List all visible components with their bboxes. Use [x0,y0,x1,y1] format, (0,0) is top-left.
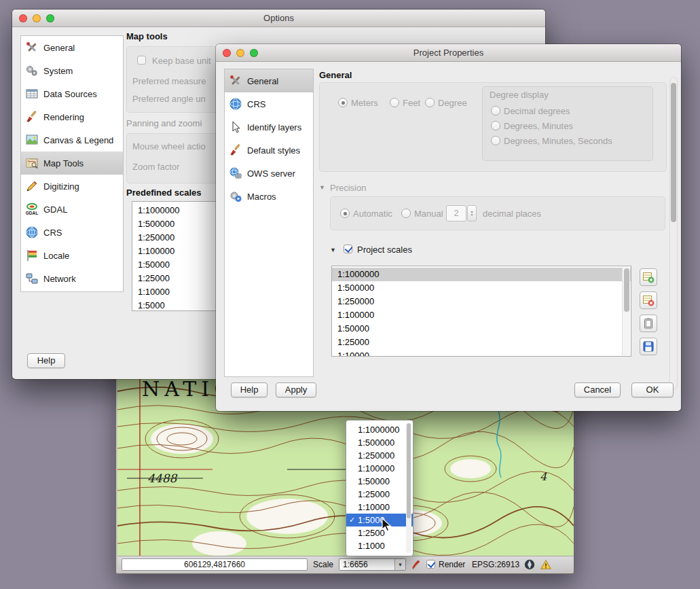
sidebar-item-rendering[interactable]: Rendering [21,105,123,128]
close-icon[interactable] [19,14,27,22]
sidebar-label: Digitizing [43,181,79,192]
sidebar-label: Locale [43,251,69,261]
zoom-window-icon[interactable] [250,49,258,57]
scale-label: Scale [313,556,333,573]
import-scales-button[interactable] [640,315,657,332]
degree-label: Degree [438,98,467,108]
project-scales-list[interactable]: 1:1000000 1:500000 1:250000 1:100000 1:5… [331,266,631,357]
options-window-title: Options [12,10,545,26]
scale-option[interactable]: 1:2500 [346,526,413,539]
sidebar-item-map-tools[interactable]: Map Tools [21,151,123,175]
scale-option[interactable]: 1:10000 [346,501,413,514]
mouse-cursor [382,518,392,533]
list-item[interactable]: 1:500000 [332,281,631,295]
crs-status-button[interactable] [523,558,536,571]
feet-radio[interactable] [390,98,399,107]
scale-option[interactable]: 1:100000 [346,462,413,475]
precision-disclosure-triangle[interactable]: ▼ [319,184,325,191]
decimal-degrees-radio [491,106,500,115]
scale-option[interactable]: 1:250000 [346,449,413,462]
sidebar-item-general[interactable]: General [21,36,123,59]
meters-radio[interactable] [338,98,348,107]
project-titlebar[interactable]: Project Properties [216,44,681,62]
list-item[interactable]: 1:10000 [332,349,631,357]
add-scale-button[interactable] [640,268,657,286]
preferred-measure-label: Preferred measure [132,76,206,86]
list-item[interactable]: 1:1000000 [332,268,631,281]
project-scales-disclosure-triangle[interactable]: ▼ [330,247,336,253]
degree-radio[interactable] [425,98,435,107]
options-titlebar[interactable]: Options [12,10,545,27]
coordinate-display[interactable]: 606129,4817660 [122,558,308,571]
map-label-contour: 4 [540,470,547,483]
zoom-window-icon[interactable] [46,14,54,22]
server-globe-icon [229,166,242,180]
ok-button[interactable]: OK [631,382,674,397]
sidebar-item-gdal[interactable]: GDAL GDAL [21,198,123,221]
render-checkbox[interactable] [426,560,435,569]
sidebar-item-default-styles[interactable]: Default styles [225,139,313,162]
list-item[interactable]: 1:25000 [332,336,631,349]
scale-option[interactable]: 1:1000000 [346,423,413,436]
project-window-title: Project Properties [216,44,681,61]
list-scrollbar[interactable] [622,267,630,355]
sidebar-label: Network [43,274,76,284]
render-brush-icon [410,559,421,570]
sidebar-label: CRS [43,228,62,238]
scale-option[interactable]: 1:500000 [346,436,413,449]
sidebar-item-system[interactable]: System [21,59,123,82]
sidebar-item-network[interactable]: Network [21,267,123,290]
scrollbar-thumb[interactable] [624,268,629,312]
dialog-scrollbar[interactable] [669,77,678,389]
keep-base-unit-checkbox [137,56,146,65]
minimize-icon[interactable] [236,49,244,57]
list-item[interactable]: 1:250000 [332,295,631,308]
sidebar-item-ows-server[interactable]: OWS server [225,162,313,185]
sidebar-label: CRS [247,99,265,109]
degrees-minutes-label: Degrees, Minutes [504,121,573,131]
sidebar-label: General [247,76,278,86]
sidebar-item-locale[interactable]: Locale [21,244,123,267]
gdal-icon: GDAL [25,202,39,216]
close-icon[interactable] [223,49,231,57]
remove-scale-icon [642,294,655,306]
remove-scale-button[interactable] [640,291,657,309]
minimize-icon[interactable] [33,14,41,22]
sidebar-item-digitizing[interactable]: Digitizing [21,175,123,198]
popup-scrollbar[interactable] [406,423,411,553]
warning-button[interactable] [540,558,552,571]
sidebar-item-crs[interactable]: CRS [21,221,123,244]
decimal-places-stepper: ▲ ▼ [467,205,477,221]
mouse-wheel-label: Mouse wheel actio [132,141,206,151]
sidebar-item-canvas-legend[interactable]: Canvas & Legend [21,128,123,151]
sidebar-item-crs[interactable]: CRS [225,92,313,115]
scrollbar-thumb[interactable] [407,423,411,518]
scale-option-selected[interactable]: ✓ 1:5000 [346,514,413,526]
sidebar-item-identify-layers[interactable]: Identify layers [225,115,313,139]
cancel-button[interactable]: Cancel [574,382,621,397]
scrollbar-thumb[interactable] [671,83,676,222]
help-button[interactable]: Help [27,353,65,368]
manual-radio[interactable] [401,209,411,218]
window-controls [19,14,54,22]
project-scales-checkbox[interactable] [344,245,352,253]
scale-option[interactable]: 1:25000 [346,488,413,501]
save-scales-button[interactable] [640,338,657,355]
automatic-radio[interactable] [340,209,350,218]
meters-label: Meters [351,98,378,108]
help-button[interactable]: Help [231,382,268,397]
sidebar-item-general[interactable]: General [225,69,313,92]
precision-groupbox: Automatic Manual 2 ▲ ▼ decimal places [330,196,665,230]
scale-option[interactable]: 1:50000 [346,475,413,488]
desktop: NATIO 4488 4 606129,4817660 Scale 1:6656… [0,0,700,589]
sidebar-label: System [43,66,73,76]
sidebar-item-macros[interactable]: Macros [225,185,313,208]
list-item[interactable]: 1:50000 [332,322,631,336]
sidebar-item-data-sources[interactable]: Data Sources [21,82,123,105]
combo-dropdown-button[interactable]: ▾ [394,559,405,570]
list-item[interactable]: 1:100000 [332,308,631,322]
scale-combobox[interactable]: 1:6656 ▾ [339,558,406,571]
project-sidebar: General CRS Identify layers De [224,69,314,377]
apply-button[interactable]: Apply [276,382,316,397]
scale-option[interactable]: 1:1000 [346,539,413,552]
